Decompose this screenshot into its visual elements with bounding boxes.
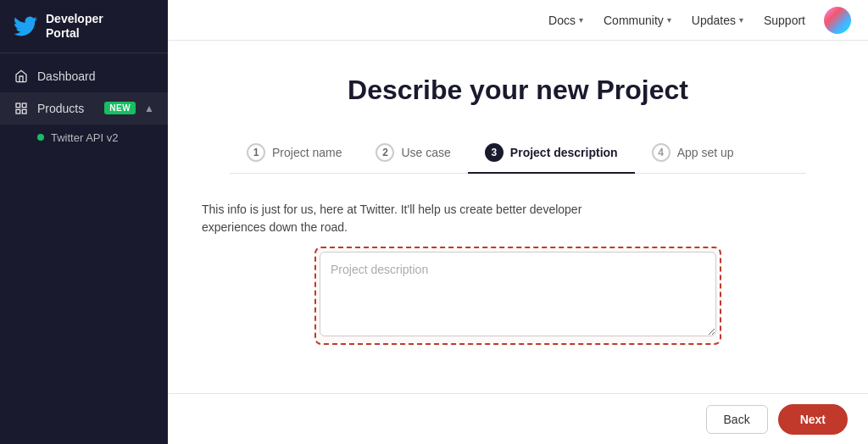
sidebar-dashboard-label: Dashboard	[37, 69, 154, 83]
top-nav-links: Docs ▾ Community ▾ Updates ▾ Support	[540, 7, 851, 34]
products-icon	[14, 101, 29, 116]
new-badge: NEW	[104, 102, 136, 114]
step-indicators: 1 Project name 2 Use case 3 Project desc…	[230, 133, 806, 174]
back-button[interactable]: Back	[706, 405, 768, 434]
top-bar: Docs ▾ Community ▾ Updates ▾ Support	[168, 0, 868, 41]
nav-docs[interactable]: Docs ▾	[540, 8, 592, 32]
step-3-num: 3	[485, 143, 504, 162]
twitter-api-label: Twitter API v2	[51, 131, 118, 144]
step-4[interactable]: 4 App set up	[635, 133, 751, 174]
chevron-down-icon: ▾	[739, 15, 743, 25]
sidebar-nav: Dashboard Products NEW ▲ Twitter API	[0, 53, 168, 158]
brand-text: Developer Portal	[46, 12, 103, 41]
info-text: This info is just for us, here at Twitte…	[202, 201, 609, 236]
sidebar-products-label: Products	[37, 102, 96, 115]
sidebar-header: Developer Portal	[0, 0, 168, 53]
sidebar-item-dashboard[interactable]: Dashboard	[0, 60, 168, 92]
step-1[interactable]: 1 Project name	[230, 133, 359, 174]
main-content: Docs ▾ Community ▾ Updates ▾ Support De	[168, 0, 868, 444]
nav-community[interactable]: Community ▾	[595, 8, 680, 32]
step-3-label: Project description	[510, 146, 618, 159]
sidebar-subitem-twitter-api[interactable]: Twitter API v2	[0, 125, 168, 151]
twitter-logo-icon	[14, 14, 37, 38]
brand-name-line1: Developer	[46, 12, 103, 26]
content-area: Describe your new Project 1 Project name…	[168, 41, 868, 393]
brand-name-line2: Portal	[46, 26, 103, 41]
project-description-input[interactable]	[320, 252, 716, 336]
sidebar-item-products[interactable]: Products NEW ▲	[0, 92, 168, 125]
active-dot-icon	[37, 134, 44, 141]
step-4-num: 4	[652, 143, 670, 162]
chevron-down-icon: ▾	[579, 15, 583, 25]
chevron-up-icon: ▲	[144, 103, 154, 114]
textarea-wrapper	[314, 247, 721, 345]
step-1-num: 1	[247, 143, 265, 162]
step-4-label: App set up	[677, 146, 734, 159]
step-3[interactable]: 3 Project description	[468, 133, 635, 174]
svg-rect-0	[16, 103, 20, 108]
svg-rect-3	[22, 109, 26, 114]
page-title: Describe your new Project	[348, 75, 688, 106]
nav-updates[interactable]: Updates ▾	[683, 8, 752, 32]
home-icon	[14, 69, 29, 84]
svg-rect-1	[22, 103, 26, 108]
step-2[interactable]: 2 Use case	[359, 133, 467, 174]
chevron-down-icon: ▾	[667, 15, 671, 25]
form-container	[314, 247, 721, 345]
next-button[interactable]: Next	[778, 404, 848, 435]
steps-wrapper: 1 Project name 2 Use case 3 Project desc…	[202, 133, 834, 345]
bottom-bar: Back Next	[168, 393, 868, 444]
step-2-num: 2	[376, 143, 394, 162]
sidebar: Developer Portal Dashboard	[0, 0, 168, 444]
step-1-label: Project name	[272, 146, 342, 159]
avatar[interactable]	[824, 7, 851, 34]
nav-support[interactable]: Support	[755, 8, 814, 32]
step-2-label: Use case	[401, 146, 450, 159]
svg-rect-2	[16, 109, 20, 114]
